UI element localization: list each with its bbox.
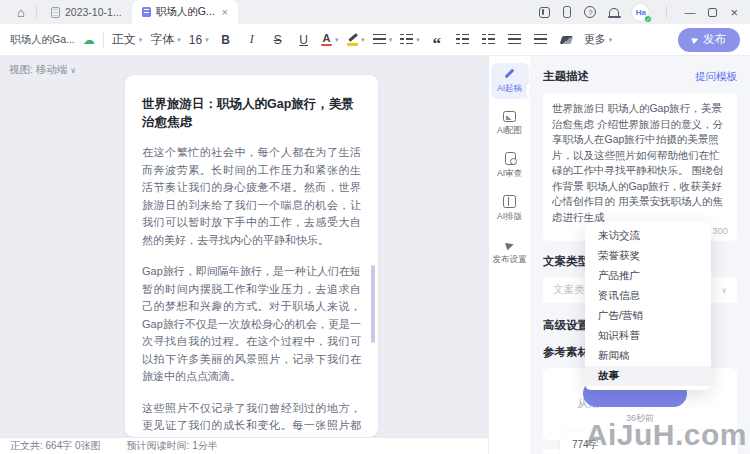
tab-document-2-active[interactable]: 职场人的G... × — [132, 0, 238, 24]
chevron-down-icon: ▾ — [609, 36, 613, 44]
chevron-down-icon: ▾ — [361, 36, 365, 44]
rail-item-ai-review[interactable]: AI审查 — [491, 148, 529, 184]
bold-button[interactable]: B — [217, 29, 235, 51]
app-window: ⌂ 2023-10-1... 职场人的G... × ? Ha ✓ — × — [0, 0, 750, 454]
eraser-icon — [560, 36, 574, 44]
line-height-icon — [400, 34, 413, 45]
image-icon — [503, 111, 516, 122]
maximize-button[interactable] — [708, 8, 717, 17]
read-time: 预计阅读时间: 1分半 — [127, 439, 218, 453]
dropdown-option[interactable]: 广告/营销 — [585, 306, 711, 326]
editor-workspace: 视图: 移动端 ∨ 世界旅游日：职场人的Gap旅行，美景治愈焦虑 在这个繁忙的社… — [0, 56, 488, 437]
font-family-dropdown[interactable]: 字体▾ — [150, 29, 181, 51]
megaphone-icon: ▶ — [501, 236, 517, 252]
verified-badge-icon: ✓ — [644, 15, 652, 23]
chevron-down-icon: ∨ — [721, 286, 727, 295]
tab-document-1[interactable]: 2023-10-1... — [41, 0, 132, 24]
divider — [666, 6, 667, 18]
pencil-icon — [503, 67, 516, 80]
generated-time: 36秒前 — [530, 412, 750, 425]
underline-button[interactable]: U — [295, 29, 313, 51]
unordered-list-button[interactable] — [532, 29, 550, 51]
more-dropdown[interactable]: 更多▾ — [584, 29, 613, 51]
home-icon[interactable]: ⌂ — [10, 5, 32, 20]
font-size-dropdown[interactable]: 16▾ — [189, 29, 209, 51]
italic-button[interactable]: I — [243, 29, 261, 51]
document-paragraph[interactable]: Gap旅行，即间隔年旅行，是一种让人们在短暂的时间内摆脱工作和学业压力，去追求自… — [142, 263, 361, 386]
topic-textarea[interactable]: 世界旅游日 职场人的Gap旅行，美景治愈焦虑 介绍世界旅游日的意义，分享职场人在… — [543, 93, 737, 241]
sidebar-toggle-icon[interactable] — [539, 7, 550, 18]
paragraph-style-dropdown[interactable]: 正文▾ — [112, 29, 143, 51]
mobile-preview-icon[interactable] — [563, 6, 571, 18]
divider — [36, 6, 37, 18]
indent-decrease-icon — [482, 34, 495, 45]
align-icon — [373, 34, 386, 45]
document-icon — [142, 7, 151, 17]
document-name[interactable]: 职场人的Ga... — [10, 33, 75, 47]
dropdown-option[interactable]: 新闻稿 — [585, 346, 711, 366]
tab-label: 2023-10-1... — [65, 6, 122, 18]
question-template-link[interactable]: 提问模板 — [695, 70, 737, 84]
copy-type-dropdown-menu: 来访交流 荣誉获奖 产品推广 资讯信息 广告/营销 知识科普 新闻稿 故事 — [585, 222, 711, 390]
dropdown-option[interactable]: 资讯信息 — [585, 286, 711, 306]
rail-item-ai-images[interactable]: AI配图 — [491, 106, 529, 141]
minimize-button[interactable]: — — [684, 6, 695, 18]
unordered-list-icon — [534, 34, 547, 45]
indent-increase-icon — [456, 34, 469, 45]
publish-button[interactable]: ▶ 发布 — [678, 28, 740, 52]
document-search-icon — [505, 152, 516, 165]
avatar[interactable]: Ha ✓ — [632, 4, 649, 21]
rail-item-ai-draft[interactable]: AI起稿 — [491, 63, 529, 99]
word-count: 正文共: 664字 0张图 — [10, 439, 101, 453]
document-paragraph[interactable]: 在这个繁忙的社会中，每个人都在为了生活而奔波劳累。长时间的工作压力和紧张的生活节… — [142, 144, 361, 249]
cloud-synced-icon: ☁ — [83, 34, 95, 46]
chevron-down-icon: ▾ — [389, 36, 393, 44]
color-swatch — [347, 43, 358, 46]
tab-close-icon[interactable]: × — [222, 6, 228, 18]
indent-increase-button[interactable] — [454, 29, 472, 51]
chevron-down-icon: ▾ — [335, 36, 339, 44]
strikethrough-button[interactable]: S — [269, 29, 287, 51]
ordered-list-button[interactable] — [506, 29, 524, 51]
document-canvas[interactable]: 世界旅游日：职场人的Gap旅行，美景治愈焦虑 在这个繁忙的社会中，每个人都在为了… — [125, 75, 378, 437]
ai-tools-rail: AI起稿 AI配图 AI审查 AI排版 ▶ 发布设置 — [488, 56, 530, 454]
tab-label: 职场人的G... — [156, 5, 215, 19]
notifications-bell-icon[interactable] — [609, 8, 619, 17]
document-title[interactable]: 世界旅游日：职场人的Gap旅行，美景治愈焦虑 — [142, 95, 361, 131]
chevron-down-icon: ▾ — [177, 36, 181, 44]
dropdown-option[interactable]: 荣誉获奖 — [585, 246, 711, 266]
format-toolbar: 职场人的Ga... ☁ 正文▾ 字体▾ 16▾ B I S U A ▾ ▾ ▾ … — [0, 24, 750, 56]
topic-heading: 主题描述 — [543, 69, 589, 84]
window-controls: ? Ha ✓ — × — [539, 4, 750, 21]
paper-plane-icon: ▶ — [690, 34, 699, 45]
dropdown-option[interactable]: 知识科普 — [585, 326, 711, 346]
line-height-dropdown[interactable]: ▾ — [400, 29, 420, 51]
rail-item-ai-layout[interactable]: AI排版 — [491, 191, 529, 227]
highlighter-icon — [347, 33, 358, 42]
dropdown-option[interactable]: 来访交流 — [585, 226, 711, 246]
dropdown-option-selected[interactable]: 故事 — [585, 366, 711, 386]
color-swatch — [321, 44, 332, 47]
blockquote-button[interactable]: “ — [428, 29, 446, 51]
status-bar: 正文共: 664字 0张图 预计阅读时间: 1分半 — [0, 437, 488, 454]
view-mode-selector[interactable]: 视图: 移动端 ∨ — [9, 63, 76, 77]
rail-item-publish-settings[interactable]: ▶ 发布设置 — [491, 234, 529, 270]
indent-decrease-button[interactable] — [480, 29, 498, 51]
chevron-down-icon: ▾ — [205, 36, 209, 44]
align-dropdown[interactable]: ▾ — [373, 29, 393, 51]
result-card[interactable]: 774字 — [560, 431, 738, 454]
font-color-button[interactable]: A ▾ — [321, 29, 339, 51]
titlebar: ⌂ 2023-10-1... 职场人的G... × ? Ha ✓ — × — [0, 0, 750, 24]
document-paragraph[interactable]: 这些照片不仅记录了我们曾经到过的地方，更见证了我们的成长和变化。每一张照片都是一… — [142, 400, 361, 438]
document-scrollbar[interactable] — [371, 265, 375, 343]
chevron-down-icon: ▾ — [416, 36, 420, 44]
divider — [103, 33, 104, 47]
chevron-down-icon: ∨ — [70, 66, 76, 75]
dropdown-option[interactable]: 产品推广 — [585, 266, 711, 286]
clear-format-button[interactable] — [558, 29, 576, 51]
document-icon — [51, 7, 60, 18]
result-word-count: 774字 — [572, 439, 599, 450]
highlight-color-button[interactable]: ▾ — [347, 29, 365, 51]
help-icon[interactable]: ? — [584, 6, 596, 18]
close-button[interactable]: × — [730, 5, 738, 20]
